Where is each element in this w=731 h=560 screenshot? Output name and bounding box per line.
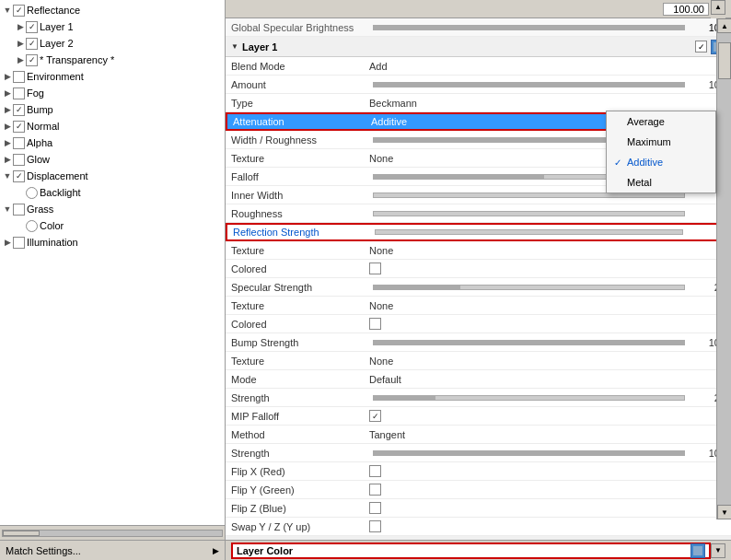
expand-illumination[interactable]: ▶ [2,237,13,248]
prop-label-attenuation: Attenuation [233,116,371,127]
dropdown-check-additive: ✓ [614,158,627,168]
prop-texture-3: Texture None [226,297,731,315]
checkbox-layer1[interactable] [26,21,38,33]
expand-backlight[interactable]: ▶ [15,187,26,198]
checkbox-normal[interactable] [13,121,25,133]
tree-item-fog[interactable]: ▶ Fog [0,85,225,101]
scroll-down-button[interactable]: ▼ [717,505,731,519]
prop-label-inner-width: Inner Width [231,190,369,201]
label-layer2: Layer 2 [40,38,74,49]
checkbox-grass[interactable] [13,204,25,216]
layer-color-icon-inner [693,546,702,555]
tree-item-alpha[interactable]: ▶ Alpha [0,134,225,151]
expand-layer1[interactable]: ▶ [15,21,26,32]
checkbox-color[interactable] [26,220,38,232]
checkbox-illumination[interactable] [13,237,25,249]
checkbox-glow[interactable] [13,154,25,166]
prop-checkbox-flip-x[interactable] [369,465,381,477]
prop-value-blend-mode: Add [369,61,725,72]
tree-item-backlight[interactable]: ▶ Backlight [13,184,225,201]
prop-slider-specular[interactable] [373,285,685,290]
match-settings-button[interactable]: Match Settings... ▶ [0,540,225,560]
prop-slider-roughness[interactable] [373,211,685,216]
checkbox-transparency[interactable] [26,54,38,66]
dropdown-item-average[interactable]: Average [607,111,715,132]
tree-item-transparency[interactable]: ▶ * Transparency * [13,52,225,68]
expand-normal[interactable]: ▶ [2,121,13,132]
top-scroll-btn[interactable]: ▲ [711,0,725,18]
prop-checkbox-flip-z[interactable] [369,502,381,514]
tree-item-illumination[interactable]: ▶ Illumination [0,234,225,251]
horizontal-scrollbar[interactable] [0,525,225,540]
checkbox-reflectance[interactable] [13,5,25,17]
dropdown-label-maximum: Maximum [627,136,671,147]
expand-fog[interactable]: ▶ [2,88,13,99]
expand-reflectance[interactable]: ▼ [2,5,13,16]
tree-item-glow[interactable]: ▶ Glow [0,151,225,168]
checkbox-backlight[interactable] [26,187,38,199]
tree-item-bump[interactable]: ▶ Bump [0,101,225,118]
checkbox-layer2[interactable] [26,38,38,50]
prop-slider-strength-1[interactable] [373,395,685,401]
bottom-scroll-btn[interactable]: ▼ [711,543,725,558]
checkbox-alpha[interactable] [13,137,25,149]
prop-slider-strength-2[interactable] [373,450,685,456]
tree-item-layer1[interactable]: ▶ Layer 1 [13,18,225,35]
expand-color[interactable]: ▶ [15,220,26,231]
expand-environment[interactable]: ▶ [2,71,13,82]
layer1-expand-icon[interactable]: ▼ [231,42,238,51]
scroll-thumb[interactable] [718,42,731,79]
expand-transparency[interactable]: ▶ [15,54,26,65]
label-glow: Glow [27,154,50,165]
prop-label-texture-3: Texture [231,300,369,311]
prop-slider-amount[interactable] [373,82,685,88]
scroll-up-btn[interactable]: ▲ [711,0,725,15]
prop-checkbox-colored-1[interactable] [369,262,381,274]
global-specular-slider[interactable] [373,25,685,30]
prop-slider-bump[interactable] [373,340,685,345]
prop-mode: Mode Default [226,370,731,389]
checkbox-environment[interactable] [13,71,25,83]
prop-slider-reflection[interactable] [375,229,683,235]
right-panel: 100.00 ▲ Global Specular Brightness 100 … [226,0,731,560]
scroll-up-button[interactable]: ▲ [717,18,731,33]
scrollbar-thumb[interactable] [3,531,40,536]
prop-reflection-strength: Reflection Strength 0 [226,223,731,241]
props-scroll[interactable]: Global Specular Brightness 100 ▼ Layer 1… [226,18,731,540]
expand-glow[interactable]: ▶ [2,154,13,165]
layer-color-icon[interactable] [690,543,705,558]
layer1-checkbox[interactable] [695,41,707,52]
prop-checkbox-colored-2[interactable] [369,318,381,330]
expand-grass[interactable]: ▼ [2,204,13,215]
scrollbar-track[interactable] [2,530,223,537]
scroll-track[interactable] [717,33,731,505]
tree-item-grass[interactable]: ▼ Grass [0,201,225,217]
label-backlight: Backlight [40,187,81,198]
prop-label-mip-falloff: MIP Falloff [231,411,369,422]
tree-item-layer2[interactable]: ▶ Layer 2 [13,35,225,52]
expand-displacement[interactable]: ▼ [2,170,13,181]
checkbox-fog[interactable] [13,88,25,99]
tree-item-displacement[interactable]: ▼ Displacement [0,168,225,184]
top-bar-value: 100.00 [663,3,709,16]
prop-checkbox-mip[interactable] [369,410,381,422]
dropdown-item-additive[interactable]: ✓ Additive [607,152,715,172]
tree-item-color[interactable]: ▶ Color [13,217,225,234]
prop-checkbox-swap-yz[interactable] [369,520,381,532]
expand-bump[interactable]: ▶ [2,104,13,115]
checkbox-bump[interactable] [13,104,25,116]
prop-label-blend-mode: Blend Mode [231,61,369,72]
prop-checkbox-flip-y[interactable] [369,484,381,496]
dropdown-item-metal[interactable]: Metal [607,172,715,192]
dropdown-item-maximum[interactable]: Maximum [607,132,715,152]
expand-alpha[interactable]: ▶ [2,137,13,148]
tree-item-environment[interactable]: ▶ Environment [0,68,225,85]
vertical-scrollbar[interactable]: ▲ ▼ [716,18,731,519]
checkbox-displacement[interactable] [13,170,25,182]
tree-item-normal[interactable]: ▶ Normal [0,118,225,134]
expand-layer2[interactable]: ▶ [15,38,26,49]
tree-item-reflectance[interactable]: ▼ Reflectance [0,2,225,18]
left-panel: ▼ Reflectance ▶ Layer 1 ▶ Layer 2 ▶ * Tr… [0,0,226,560]
label-color: Color [40,220,64,231]
layer1-title: Layer 1 [242,41,695,52]
